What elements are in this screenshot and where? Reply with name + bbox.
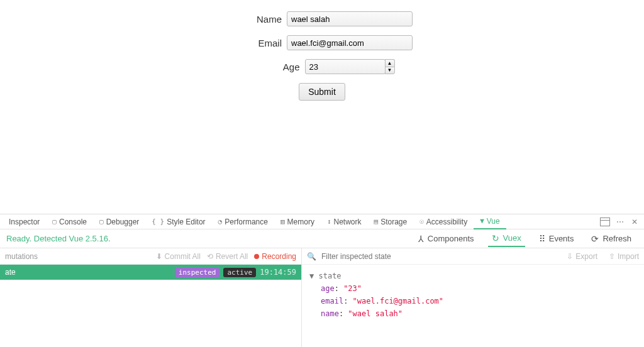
state-toggle[interactable]: ▼ state: [309, 270, 636, 282]
age-label: Age: [250, 62, 300, 72]
state-name: name: "wael salah": [309, 307, 636, 320]
revert-all-button[interactable]: ⟲Revert All: [207, 252, 248, 261]
age-input[interactable]: [305, 59, 386, 74]
vue-toolbar: Ready. Detected Vue 2.5.16. ⅄Components …: [0, 229, 644, 248]
devtools-tabbar: Inspector ▢Console ▢Debugger { }Style Ed…: [0, 214, 644, 229]
network-icon: ↕: [327, 218, 331, 226]
tab-memory[interactable]: ▥Memory: [274, 214, 321, 229]
email-label: Email: [231, 38, 282, 48]
name-label: Name: [231, 14, 282, 25]
vue-tab-components[interactable]: ⅄Components: [414, 231, 478, 246]
style-editor-icon: { }: [152, 218, 164, 226]
debugger-icon: ▢: [99, 218, 104, 226]
storage-icon: ▤: [374, 218, 379, 226]
export-icon: ⇩: [567, 252, 573, 261]
spin-down-icon[interactable]: ▼: [385, 67, 395, 74]
submit-button[interactable]: Submit: [299, 83, 345, 101]
mutation-time: 19:14:59: [260, 268, 296, 277]
example-form: Name Email Age ▲ ▼ Submit: [0, 0, 644, 101]
tab-style-editor[interactable]: { }Style Editor: [145, 214, 211, 229]
filter-state-input[interactable]: [321, 252, 555, 261]
record-icon: [254, 254, 259, 259]
name-input[interactable]: [287, 11, 413, 26]
state-pane: 🔍 ⇩Export ⇧Import ▼ state age: "23" emai…: [302, 248, 644, 347]
tab-network[interactable]: ↕Network: [321, 214, 368, 229]
devtools-panel: Inspector ▢Console ▢Debugger { }Style Ed…: [0, 214, 644, 347]
more-icon[interactable]: ⋯: [613, 218, 628, 226]
mutation-row[interactable]: ate inspected active 19:14:59: [0, 265, 301, 280]
mutation-name: ate: [5, 268, 16, 277]
download-icon: ⬇: [156, 252, 162, 261]
import-button[interactable]: ⇧Import: [609, 252, 639, 261]
revert-icon: ⟲: [207, 252, 213, 261]
tab-storage[interactable]: ▤Storage: [368, 214, 414, 229]
memory-icon: ▥: [280, 218, 285, 226]
tab-performance[interactable]: ◔Performance: [212, 214, 274, 229]
accessibility-icon: ☉: [419, 218, 424, 226]
vue-icon: ▼: [480, 217, 484, 225]
tab-console[interactable]: ▢Console: [46, 214, 93, 229]
close-icon[interactable]: ✕: [628, 218, 641, 226]
vue-tab-vuex[interactable]: ↻Vuex: [488, 231, 525, 247]
vue-refresh[interactable]: ⟳Refresh: [587, 231, 635, 246]
tab-vue[interactable]: ▼Vue: [474, 214, 506, 229]
state-email: email: "wael.fci@gmail.com": [309, 295, 636, 307]
state-age: age: "23": [309, 282, 636, 295]
search-icon: 🔍: [307, 252, 316, 261]
dock-icon[interactable]: [600, 218, 610, 226]
tab-accessibility[interactable]: ☉Accessibility: [413, 214, 474, 229]
vuex-icon: ↻: [492, 233, 499, 243]
mutations-pane: mutations ⬇Commit All ⟲Revert All Record…: [0, 248, 302, 347]
refresh-icon: ⟳: [591, 234, 599, 244]
recording-indicator[interactable]: Recording: [254, 252, 296, 261]
age-spinner: ▲ ▼: [385, 59, 395, 74]
vue-tab-events[interactable]: ⠿Events: [535, 231, 578, 246]
components-icon: ⅄: [418, 234, 424, 244]
performance-icon: ◔: [218, 218, 223, 226]
tab-inspector[interactable]: Inspector: [3, 214, 46, 229]
active-badge: active: [223, 268, 256, 277]
import-icon: ⇧: [609, 252, 615, 261]
console-icon: ▢: [52, 218, 57, 226]
inspected-badge: inspected: [175, 268, 220, 277]
spin-up-icon[interactable]: ▲: [385, 59, 395, 67]
commit-all-button[interactable]: ⬇Commit All: [156, 252, 201, 261]
export-button[interactable]: ⇩Export: [567, 252, 597, 261]
tab-debugger[interactable]: ▢Debugger: [93, 214, 145, 229]
vue-status: Ready. Detected Vue 2.5.16.: [0, 234, 117, 243]
mutations-header: mutations: [5, 252, 38, 261]
events-icon: ⠿: [539, 234, 545, 244]
email-input[interactable]: [287, 35, 413, 50]
